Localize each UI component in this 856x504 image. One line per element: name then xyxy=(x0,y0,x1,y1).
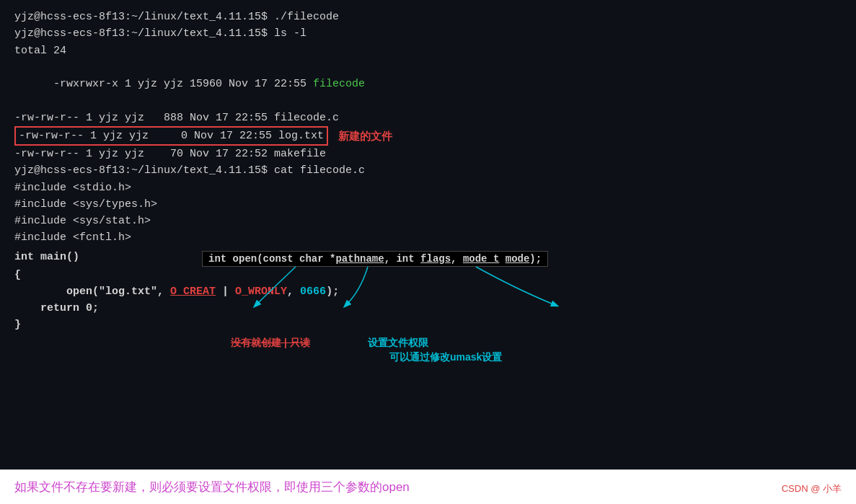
brace-open: { xyxy=(14,267,842,283)
code-line-3: #include <sys/stat.h> xyxy=(14,213,842,229)
terminal-line-8: yjz@hcss-ecs-8f13:~/linux/text_4.11.15$ … xyxy=(14,162,842,179)
terminal-line-1: yjz@hcss-ecs-8f13:~/linux/text_4.11.15$ … xyxy=(14,9,842,25)
terminal-line-6: -rw-rw-r-- 1 yjz yjz 0 Nov 17 22:55 log.… xyxy=(14,126,842,146)
code-line-2: #include <sys/types.h> xyxy=(14,196,842,213)
terminal-line-7: -rw-rw-r-- 1 yjz yjz 70 Nov 17 22:52 mak… xyxy=(14,146,842,162)
brace-close: } xyxy=(14,317,842,333)
filecode-green: filecode xyxy=(313,78,365,90)
terminal-line-5: -rw-rw-r-- 1 yjz yjz 888 Nov 17 22:55 fi… xyxy=(14,110,842,126)
terminal-line-4: -rwxrwxr-x 1 yjz yjz 15960 Nov 17 22:55 … xyxy=(14,59,842,110)
no-create-annotation: 没有就创建 | 只读 xyxy=(231,337,310,350)
bottom-section: 如果文件不存在要新建，则必须要设置文件权限，即使用三个参数的open CSDN … xyxy=(0,469,856,504)
umask-note: 可以通过修改umask设置 xyxy=(389,351,842,364)
terminal-area: yjz@hcss-ecs-8f13:~/linux/text_4.11.15$ … xyxy=(0,0,856,364)
main-func-decl: int main() xyxy=(14,251,202,263)
code-line-4: #include <fcntl.h> xyxy=(14,229,842,246)
func-signature-tooltip: int open(const char *pathname, int flags… xyxy=(202,251,548,267)
return-line: return 0; xyxy=(14,300,842,317)
set-permission-annotation: 设置文件权限 xyxy=(368,337,428,350)
code-line-1: #include <stdio.h> xyxy=(14,180,842,196)
open-call-line: open("log.txt", O_CREAT | O_WRONLY, 0666… xyxy=(14,283,842,300)
csdn-badge: CSDN @ 小羊 xyxy=(782,482,842,495)
annotations-row: 没有就创建 | 只读 设置文件权限 xyxy=(231,337,842,350)
bottom-text: 如果文件不存在要新建，则必须要设置文件权限，即使用三个参数的open xyxy=(14,480,410,494)
code-main-area: int main() int open(const char *pathname… xyxy=(14,251,842,364)
terminal-line-2: yjz@hcss-ecs-8f13:~/linux/text_4.11.15$ … xyxy=(14,25,842,42)
terminal-line-3: total 24 xyxy=(14,43,842,59)
line4-text: -rwxrwxr-x 1 yjz yjz 15960 Nov 17 22:55 xyxy=(53,78,313,90)
highlighted-text: -rw-rw-r-- 1 yjz yjz 0 Nov 17 22:55 log.… xyxy=(14,126,328,146)
func-signature-line: int main() int open(const char *pathname… xyxy=(14,251,842,267)
main-container: yjz@hcss-ecs-8f13:~/linux/text_4.11.15$ … xyxy=(0,0,856,504)
newfile-annotation: 新建的文件 xyxy=(338,128,392,144)
